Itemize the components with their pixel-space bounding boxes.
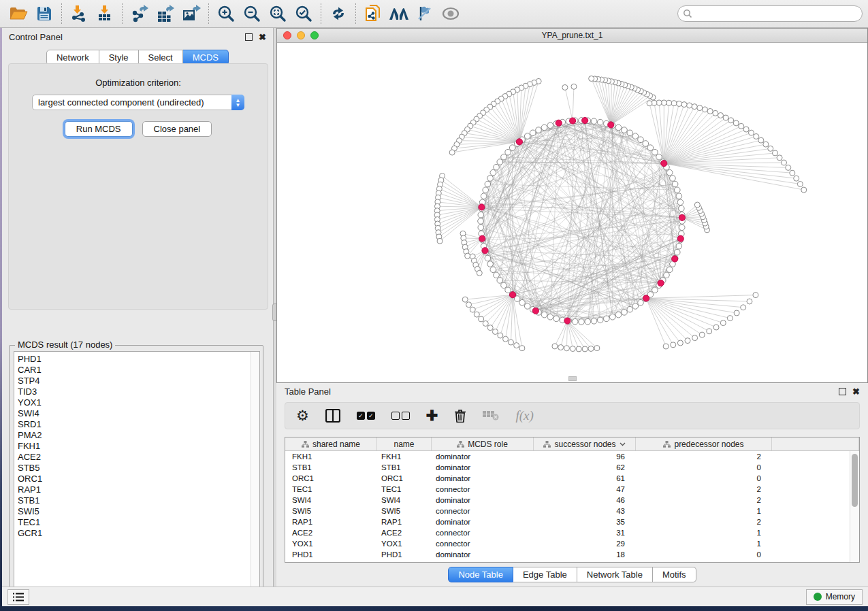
zoom-selected-icon[interactable] (291, 2, 317, 25)
graph-node[interactable] (794, 176, 799, 181)
graph-node[interactable] (478, 212, 484, 218)
cell-successor-nodes[interactable]: 62 (534, 463, 636, 472)
cell-name[interactable]: ORC1 (377, 474, 432, 482)
graph-node[interactable] (728, 118, 734, 123)
table-row[interactable]: ACE2ACE2connector311 (285, 527, 850, 538)
graph-node[interactable] (524, 133, 530, 139)
import-network-icon[interactable] (66, 2, 92, 25)
graph-node[interactable] (490, 267, 496, 273)
graph-node[interactable] (672, 181, 678, 187)
graph-node[interactable] (562, 84, 568, 90)
add-column-icon[interactable]: ✚ (426, 408, 438, 424)
graph-node[interactable] (481, 193, 487, 199)
cell-shared-name[interactable]: ACE2 (285, 529, 377, 537)
graph-node[interactable] (571, 84, 577, 89)
graph-node[interactable] (627, 130, 633, 136)
import-table-icon[interactable] (92, 2, 118, 25)
cell-MCDS-role[interactable]: dominator (432, 496, 534, 504)
mcds-result-item[interactable]: CAR1 (18, 365, 251, 376)
cell-name[interactable]: YOX1 (377, 540, 432, 548)
graph-node[interactable] (582, 346, 588, 352)
cell-name[interactable]: FKH1 (377, 452, 432, 461)
cell-predecessor-nodes[interactable]: 1 (636, 540, 772, 548)
graph-node[interactable] (692, 104, 697, 110)
network-titlebar[interactable]: YPA_prune.txt_1 (277, 29, 867, 43)
mcds-node[interactable] (479, 235, 485, 242)
graph-node[interactable] (647, 101, 652, 106)
graph-node[interactable] (676, 101, 681, 106)
graph-node[interactable] (591, 318, 597, 325)
open-file-icon[interactable] (5, 2, 31, 25)
graph-node[interactable] (733, 120, 739, 126)
graph-node[interactable] (666, 100, 672, 105)
table-row[interactable]: TEC1TEC1connector472 (285, 484, 850, 495)
mcds-node[interactable] (532, 308, 539, 314)
graph-node[interactable] (501, 282, 507, 288)
graph-node[interactable] (663, 344, 669, 349)
graph-node[interactable] (487, 325, 493, 331)
graph-node[interactable] (674, 187, 680, 193)
cell-MCDS-role[interactable]: dominator (432, 452, 534, 461)
cell-MCDS-role[interactable]: dominator (432, 474, 534, 482)
table-row[interactable]: ORC1ORC1dominator610 (285, 473, 850, 484)
graph-node[interactable] (604, 316, 610, 322)
mcds-node[interactable] (679, 214, 685, 220)
mcds-node[interactable] (509, 292, 515, 298)
cell-name[interactable]: STB1 (377, 463, 432, 472)
cell-successor-nodes[interactable]: 61 (534, 474, 636, 482)
tab-node-table[interactable]: Node Table (448, 567, 513, 582)
graph-node[interactable] (519, 299, 526, 306)
graph-node[interactable] (536, 127, 542, 133)
graph-node[interactable] (597, 317, 603, 323)
tab-motifs[interactable]: Motifs (653, 567, 696, 582)
mcds-result-item[interactable]: SWI5 (18, 506, 251, 517)
select-all-icon[interactable]: ✓✓ (357, 412, 375, 420)
graph-node[interactable] (558, 345, 564, 350)
mcds-result-item[interactable]: SRD1 (18, 419, 251, 430)
table-vscroll-thumb[interactable] (852, 454, 858, 507)
mcds-result-item[interactable]: TID3 (18, 386, 251, 397)
graph-node[interactable] (576, 346, 581, 352)
graph-node[interactable] (552, 344, 558, 349)
export-table-icon[interactable] (152, 2, 178, 25)
cell-MCDS-role[interactable]: connector (432, 529, 534, 537)
graph-node[interactable] (713, 325, 719, 330)
graph-node[interactable] (739, 123, 744, 129)
cell-successor-nodes[interactable]: 96 (534, 452, 636, 461)
column-header-name[interactable]: name (377, 437, 432, 450)
graph-node[interactable] (483, 187, 489, 193)
cell-shared-name[interactable]: PHD1 (285, 550, 377, 559)
graph-node[interactable] (485, 255, 491, 261)
export-image-icon[interactable] (178, 2, 204, 25)
graph-node[interactable] (483, 320, 488, 326)
graph-node[interactable] (699, 332, 705, 337)
table-row[interactable]: SWI5SWI5connector431 (285, 506, 850, 516)
save-session-icon[interactable] (31, 2, 57, 25)
graph-node[interactable] (462, 297, 468, 302)
graph-node[interactable] (547, 314, 553, 320)
graph-node[interactable] (768, 146, 773, 151)
graph-node[interactable] (519, 346, 525, 351)
mcds-node[interactable] (556, 120, 562, 126)
graph-node[interactable] (664, 272, 670, 278)
cell-shared-name[interactable]: RAP1 (285, 518, 377, 526)
mcds-result-item[interactable]: YOX1 (18, 397, 251, 408)
graph-node[interactable] (530, 130, 536, 136)
graph-node[interactable] (790, 170, 795, 176)
search-input[interactable] (692, 9, 849, 18)
graph-node[interactable] (465, 253, 470, 259)
graph-node[interactable] (676, 244, 682, 250)
graph-node[interactable] (638, 299, 644, 306)
graph-node[interactable] (777, 155, 782, 161)
cell-MCDS-role[interactable]: connector (432, 540, 534, 548)
cell-MCDS-role[interactable]: dominator (432, 463, 534, 472)
mcds-node[interactable] (516, 139, 522, 145)
mcds-result-item[interactable]: STB1 (18, 495, 251, 506)
graph-node[interactable] (564, 346, 569, 351)
float-panel-icon[interactable] (245, 33, 253, 41)
graph-node[interactable] (743, 127, 749, 132)
mcds-result-item[interactable]: ACE2 (18, 452, 251, 463)
graph-node[interactable] (720, 320, 726, 326)
graph-node[interactable] (801, 187, 807, 193)
table-row[interactable]: YOX1YOX1connector291 (285, 538, 850, 549)
